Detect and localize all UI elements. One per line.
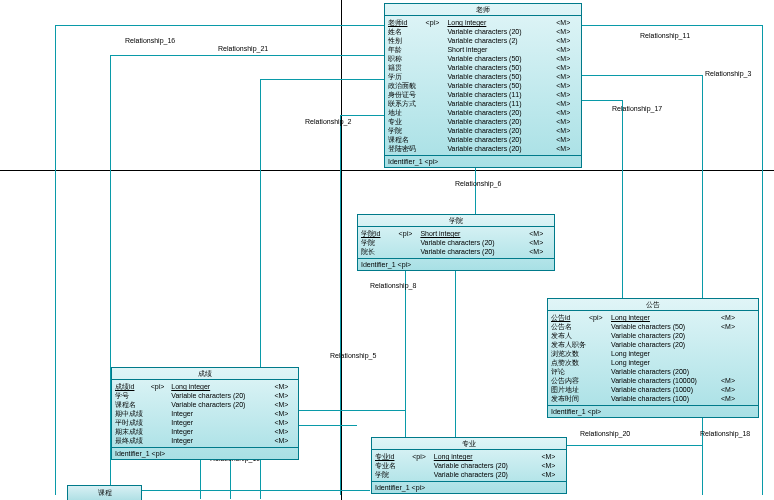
entity-title: 专业 (372, 438, 566, 450)
attribute-row: 公告名Variable characters (50)<M> (551, 322, 755, 331)
connector (110, 55, 384, 56)
connector (582, 75, 702, 76)
relationship-label-20: Relationship_20 (580, 430, 630, 437)
attribute-row: 发布人职务Variable characters (20) (551, 340, 755, 349)
relationship-label-2: Relationship_2 (305, 118, 351, 125)
attribute-row: 最终成绩Integer<M> (115, 436, 295, 445)
attribute-row: 政治面貌Variable characters (50)<M> (388, 81, 578, 90)
relationship-label-16: Relationship_16 (125, 37, 175, 44)
attribute-row: 浏览次数Long integer (551, 349, 755, 358)
entity-title: 学院 (358, 215, 554, 227)
entity-body: 公告id<pi>Long integer<M>公告名Variable chara… (548, 311, 758, 406)
connector (762, 25, 763, 495)
attribute-row: 专业Variable characters (20)<M> (388, 117, 578, 126)
entity-body: 成绩id<pi>Long integer<M>学号Variable charac… (112, 380, 298, 448)
attribute-row: 专业id<pi>Long integer<M> (375, 452, 563, 461)
connector (55, 25, 384, 26)
entity-title: 老师 (385, 4, 581, 16)
attribute-row: 评论Variable characters (200) (551, 367, 755, 376)
attribute-row: 性别Variable characters (2)<M> (388, 36, 578, 45)
attribute-row: 学院id<pi>Short integer<M> (361, 229, 551, 238)
connector (340, 115, 341, 495)
connector (55, 25, 56, 495)
attribute-row: 地址Variable characters (20)<M> (388, 108, 578, 117)
entity-body: 专业id<pi>Long integer<M>专业名Variable chara… (372, 450, 566, 482)
connector (140, 490, 370, 491)
attribute-row: 图片地址Variable characters (1000)<M> (551, 385, 755, 394)
attribute-row: 期中成绩Integer<M> (115, 409, 295, 418)
connector (299, 425, 357, 426)
grid-horizontal (0, 170, 774, 171)
attribute-row: 登陆密码Variable characters (20)<M> (388, 144, 578, 153)
entity-identifier: Identifier_1 <pi> (548, 406, 758, 417)
attribute-row: 姓名Variable characters (20)<M> (388, 27, 578, 36)
attribute-row: 平时成绩Integer<M> (115, 418, 295, 427)
relationship-label-5: Relationship_5 (330, 352, 376, 359)
relationship-label-18: Relationship_18 (700, 430, 750, 437)
entity-college[interactable]: 学院学院id<pi>Short integer<M>学院Variable cha… (357, 214, 555, 271)
entity-body: 老师id<pi>Long integer<M>姓名Variable charac… (385, 16, 581, 156)
attribute-row: 学院Variable characters (20)<M> (388, 126, 578, 135)
attribute-row: 职称Variable characters (50)<M> (388, 54, 578, 63)
attribute-row: 成绩id<pi>Long integer<M> (115, 382, 295, 391)
attribute-row: 学历Variable characters (50)<M> (388, 72, 578, 81)
relationship-label-17: Relationship_17 (612, 105, 662, 112)
attribute-row: 籍贯Variable characters (50)<M> (388, 63, 578, 72)
diagram-canvas: Relationship_11 Relationship_16 Relation… (0, 0, 774, 500)
entity-identifier: Identifier_1 <pi> (112, 448, 298, 459)
connector (340, 115, 384, 116)
entity-notice[interactable]: 公告公告id<pi>Long integer<M>公告名Variable cha… (547, 298, 759, 418)
attribute-row: 联系方式Variable characters (11)<M> (388, 99, 578, 108)
connector (567, 445, 702, 446)
attribute-row: 课程名Variable characters (20)<M> (388, 135, 578, 144)
connector (622, 100, 623, 298)
relationship-label-6: Relationship_6 (455, 180, 501, 187)
attribute-row: 学院Variable characters (20)<M> (375, 470, 563, 479)
entity-body: 学院id<pi>Short integer<M>学院Variable chara… (358, 227, 554, 259)
connector (299, 410, 405, 411)
attribute-row: 身份证号Variable characters (11)<M> (388, 90, 578, 99)
connector (455, 262, 456, 437)
attribute-row: 老师id<pi>Long integer<M> (388, 18, 578, 27)
entity-course[interactable]: 课程 (67, 485, 142, 500)
connector (582, 25, 762, 26)
attribute-row: 发布人Variable characters (20) (551, 331, 755, 340)
attribute-row: 期末成绩Integer<M> (115, 427, 295, 436)
attribute-row: 公告内容Variable characters (10000)<M> (551, 376, 755, 385)
attribute-row: 发布时间Variable characters (100)<M> (551, 394, 755, 403)
attribute-row: 课程名Variable characters (20)<M> (115, 400, 295, 409)
attribute-row: 专业名Variable characters (20)<M> (375, 461, 563, 470)
entity-title: 课程 (98, 489, 112, 496)
entity-identifier: Identifier_1 <pi> (372, 482, 566, 493)
entity-major[interactable]: 专业专业id<pi>Long integer<M>专业名Variable cha… (371, 437, 567, 494)
entity-title: 公告 (548, 299, 758, 311)
entity-identifier: Identifier_1 <pi> (385, 156, 581, 167)
entity-title: 成绩 (112, 368, 298, 380)
attribute-row: 学院Variable characters (20)<M> (361, 238, 551, 247)
connector (260, 79, 384, 80)
attribute-row: 学号Variable characters (20)<M> (115, 391, 295, 400)
entity-teacher[interactable]: 老师老师id<pi>Long integer<M>姓名Variable char… (384, 3, 582, 168)
attribute-row: 公告id<pi>Long integer<M> (551, 313, 755, 322)
relationship-label-3: Relationship_3 (705, 70, 751, 77)
relationship-label-8: Relationship_8 (370, 282, 416, 289)
attribute-row: 点赞次数Long integer (551, 358, 755, 367)
relationship-label-11: Relationship_11 (640, 32, 690, 39)
relationship-label-21: Relationship_21 (218, 45, 268, 52)
attribute-row: 年龄Short integer<M> (388, 45, 578, 54)
entity-identifier: Identifier_1 <pi> (358, 259, 554, 270)
entity-grade[interactable]: 成绩成绩id<pi>Long integer<M>学号Variable char… (111, 367, 299, 460)
attribute-row: 院长Variable characters (20)<M> (361, 247, 551, 256)
connector (582, 100, 622, 101)
